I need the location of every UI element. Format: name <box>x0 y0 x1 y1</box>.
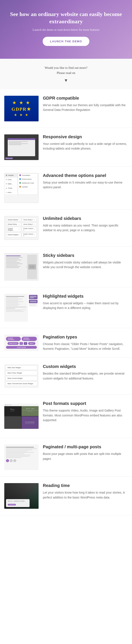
page-1: 1 <box>20 342 23 345</box>
reading-desc: Let your visitors know how long it takes… <box>43 490 128 500</box>
sidebar-pill-sticky1: Home Sticky 1 × <box>22 218 37 222</box>
read-more-line2: Please read on <box>4 70 128 76</box>
options-subitem-additional: Additional Code <box>18 181 37 185</box>
paginated-title: Paginated / multi-page posts <box>43 444 128 449</box>
paginated-image: 1 2 3 <box>4 444 39 470</box>
editor-pick-label: Editor's pick <box>5 158 13 159</box>
reading-popup-title: How m... ariations are there... <box>8 500 28 502</box>
widget-social: Meks Social Widget <box>6 376 37 380</box>
postformats-desc: This theme supports Video, Audio, Image … <box>43 408 128 422</box>
reading-image: How m... ariations are there... 1 min re… <box>4 483 39 509</box>
responsive-text-block: Responsive design Your content will scal… <box>43 134 128 151</box>
pf-cell-4: Latest-partnership... partnership. Ethic… <box>22 416 39 429</box>
postformats-image: ▶ ⊞ opinion The p... back-d... Real be..… <box>4 401 39 432</box>
arrow-down-icon: ▼ <box>4 78 128 83</box>
gdpr-title: GDPR compatible <box>43 96 128 101</box>
pagination-desc: Choose from classic "Older Posts / Newer… <box>43 342 128 351</box>
options-title: Advanced theme options panel <box>43 173 128 178</box>
options-item-header: ⊞ Header › <box>5 173 18 178</box>
read-more-line1: Would you like to find out more? <box>4 65 128 70</box>
sidebars-text-block: Unlimited sidebars Add as many sidebars … <box>43 216 128 233</box>
feature-sticky: › BANNER 300×250px Sticky sidebars Widge… <box>0 246 132 288</box>
postformats-title: Post formats support <box>43 401 128 406</box>
options-subitem-updater: Updater <box>18 185 37 189</box>
widgets-image: Meks Ads Widget Meks Flickr Widget Meks … <box>4 364 39 388</box>
older-entries-btn: OLDER ENTRIES <box>6 337 21 341</box>
gdpr-image: ★ ★ ★ GDPR★ ★ ★ ★ <box>4 96 39 121</box>
feature-pagination: OLDER ENTRIES NEWER ENTRIES PREVIOUS 1 2… <box>0 328 132 358</box>
page-num-3: 3 <box>13 459 16 462</box>
responsive-image: Editor's pick <box>4 134 39 160</box>
widgets-title: Custom widgets <box>43 364 128 369</box>
load-more-btn: LOAD MORE <box>6 346 37 349</box>
hero-subtitle: Launch the demo or read down below for m… <box>7 28 125 32</box>
feature-responsive: Editor's pick Responsive design Your con… <box>0 128 132 167</box>
launch-demo-button[interactable]: LAUNCH THE DEMO <box>43 37 89 46</box>
feature-sidebars: Default Sidebar × Home Sticky 1 × Defaul… <box>0 210 132 246</box>
hero-section: See how an ordinary website can easily b… <box>0 0 132 59</box>
paginated-text-block: Paginated / multi-page posts Boost your … <box>43 444 128 461</box>
options-item-home: ⌂ Hom... <box>5 190 18 195</box>
options-subitem-translation: Translation <box>18 174 37 177</box>
sidebar-pill-defaultwidgets: Default Widgets × <box>6 232 21 237</box>
gdpr-desc: We've made sure that our themes are full… <box>43 103 128 112</box>
paginated-desc: Boost your page views with posts that ar… <box>43 452 128 461</box>
gdpr-text-block: GDPR compatible We've made sure that our… <box>43 96 128 112</box>
sticky-text-block: Sticky sidebars Widgets placed inside st… <box>43 253 128 270</box>
sticky-desc: Widgets placed inside sticky sidebars wi… <box>43 260 128 270</box>
feature-highlighted: RECENT POSTS <box>0 288 132 328</box>
feature-reading: How m... ariations are there... 1 min re… <box>0 477 132 515</box>
page-num-1: 1 <box>6 459 9 462</box>
sticky-image: › BANNER 300×250px <box>4 253 39 281</box>
reading-text-block: Reading time Let your visitors know how … <box>43 483 128 500</box>
pf-cell-3 <box>4 416 21 429</box>
options-text-block: Advanced theme options panel Setup your … <box>43 173 128 190</box>
widget-flickr: Meks Flickr Widget <box>6 371 37 375</box>
pagination-image: OLDER ENTRIES NEWER ENTRIES PREVIOUS 1 2… <box>4 334 39 351</box>
sidebars-image: Default Sidebar × Home Sticky 1 × Defaul… <box>4 216 39 240</box>
gdpr-stars-top: ★ ★ ★ <box>12 100 31 106</box>
sidebars-title: Unlimited sidebars <box>43 216 128 221</box>
reading-title: Reading time <box>43 483 128 488</box>
sticky-title: Sticky sidebars <box>43 253 128 258</box>
read-more-section: Would you like to find out more? Please … <box>0 59 132 89</box>
highlighted-desc: Give accent to special widgets – make th… <box>43 301 128 310</box>
feature-widgets: Meks Ads Widget Meks Flickr Widget Meks … <box>0 358 132 395</box>
sidebar-pill-footer2: Footer Column 2 × <box>22 232 37 237</box>
next-btn: NEXT <box>28 342 36 345</box>
gdpr-stars-bottom: ★ ★ ★ <box>14 113 29 117</box>
sticky-banner: BANNER 300×250px <box>28 264 36 270</box>
feature-postformats: ▶ ⊞ opinion The p... back-d... Real be..… <box>0 395 132 438</box>
options-item-side: ≡ Sidel... <box>5 182 18 186</box>
widget-themeforest: Meks ThemeForest Smart Widget <box>6 382 37 386</box>
pagination-title: Pagination types <box>43 334 128 340</box>
sidebars-desc: Add as many sidebars as you need. Then a… <box>43 223 128 233</box>
highlighted-widget-1 <box>29 295 37 299</box>
widgets-desc: Besides the standard WordPress widgets, … <box>43 371 128 381</box>
options-image: ⊞ Header › ≡ Cont... ≡ Sidel... ⊾ Foot <box>4 173 39 203</box>
responsive-desc: Your content will scale perfectly to sui… <box>43 142 128 151</box>
reading-time-badge: 1 min read <box>8 504 16 506</box>
highlighted-image: RECENT POSTS <box>4 294 39 322</box>
sidebar-pill-sticky2: Home Sticky 2 × <box>22 222 37 226</box>
feature-gdpr: ★ ★ ★ GDPR★ ★ ★ ★ GDPR compatible We've … <box>0 89 132 128</box>
highlighted-text-block: Highlighted widgets Give accent to speci… <box>43 294 128 310</box>
feature-paginated: 1 2 3 Paginated / multi-page posts Boost… <box>0 438 132 477</box>
page-num-2: 2 <box>10 459 13 462</box>
responsive-title: Responsive design <box>43 134 128 139</box>
sidebar-pill-default: Default Sidebar × <box>6 218 21 222</box>
options-subitem-performance: Performance <box>18 177 37 181</box>
highlighted-title: Highlighted widgets <box>43 294 128 299</box>
page-2: 2 <box>24 342 27 345</box>
highlighted-widget-2 <box>29 300 37 303</box>
sidebar-pill-footer1: Footer Column 1 × <box>22 227 37 232</box>
options-desc: Setup your website in 5 minutes with our… <box>43 180 128 190</box>
widgets-text-block: Custom widgets Besides the standard Word… <box>43 364 128 381</box>
feature-options: ⊞ Header › ≡ Cont... ≡ Sidel... ⊾ Foot <box>0 167 132 210</box>
sidebar-pill-defaultsticky: Default Sticky × <box>6 222 21 226</box>
options-item-foot: ⊾ Footi... <box>5 186 18 190</box>
postformats-text-block: Post formats support This theme supports… <box>43 401 128 422</box>
gdpr-text: GDPR★ <box>12 106 31 112</box>
pagination-text-block: Pagination types Choose from classic "Ol… <box>43 334 128 351</box>
previous-btn: PREVIOUS <box>8 342 19 345</box>
